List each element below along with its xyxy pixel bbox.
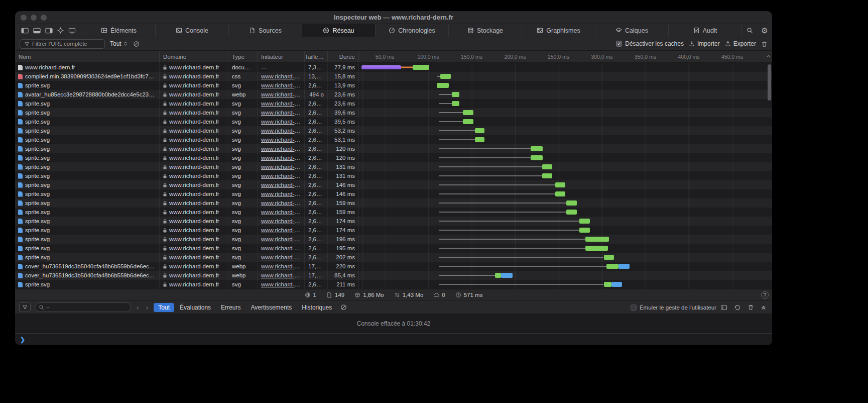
- network-request-row[interactable]: cover_hu736519dc3b5040cfa48b6b559b6de6ec…: [15, 262, 772, 271]
- request-initiator[interactable]: www.richard-d…: [258, 90, 305, 99]
- request-initiator[interactable]: www.richard-d…: [258, 271, 305, 280]
- dock-right-icon[interactable]: [45, 28, 53, 34]
- minimize-button[interactable]: [31, 15, 37, 21]
- console-tab-avertissements[interactable]: Avertissements: [246, 303, 296, 312]
- network-request-row[interactable]: sprite.svg www.richard-dern.fr svg www.r…: [15, 126, 772, 135]
- export-button[interactable]: Exporter: [725, 40, 756, 47]
- settings-button[interactable]: ⚙: [757, 24, 772, 37]
- request-initiator[interactable]: www.richard-d…: [258, 144, 305, 153]
- console-tab-evaluations[interactable]: Évaluations: [175, 303, 215, 312]
- history-icon[interactable]: [734, 304, 741, 311]
- console-drawer-icon[interactable]: [720, 304, 727, 311]
- url-filter-field[interactable]: Filtrer l'URL complète: [20, 39, 105, 49]
- tab-reseau[interactable]: Réseau: [302, 24, 375, 37]
- column-header-name[interactable]: Nom: [15, 51, 160, 62]
- network-request-row[interactable]: sprite.svg www.richard-dern.fr svg www.r…: [15, 144, 772, 153]
- column-header-type[interactable]: Type: [228, 51, 258, 62]
- request-initiator[interactable]: www.richard-d…: [258, 262, 305, 271]
- tab-audit[interactable]: Audit: [668, 24, 741, 37]
- console-search-field[interactable]: [35, 303, 131, 312]
- console-message-blocker-button[interactable]: [340, 304, 347, 311]
- network-request-row[interactable]: sprite.svg www.richard-dern.fr svg www.r…: [15, 189, 772, 198]
- device-icon[interactable]: [68, 28, 76, 34]
- network-request-row[interactable]: sprite.svg www.richard-dern.fr svg www.r…: [15, 180, 772, 189]
- clear-network-items-button[interactable]: [761, 41, 768, 47]
- request-initiator[interactable]: www.richard-d…: [258, 162, 305, 171]
- request-initiator[interactable]: www.richard-d…: [258, 208, 305, 217]
- emulate-user-gesture-row[interactable]: Émuler le geste de l'utilisateur: [631, 305, 716, 311]
- network-request-row[interactable]: sprite.svg www.richard-dern.fr svg www.r…: [15, 108, 772, 117]
- content-blocker-button[interactable]: [133, 41, 140, 47]
- resource-type-select[interactable]: Tout: [110, 40, 128, 47]
- network-request-row[interactable]: cover_hu736519dc3b5040cfa48b6b559b6de6ec…: [15, 271, 772, 280]
- network-request-row[interactable]: sprite.svg www.richard-dern.fr svg www.r…: [15, 208, 772, 217]
- console-tab-tout[interactable]: Tout: [154, 303, 174, 312]
- network-request-row[interactable]: sprite.svg www.richard-dern.fr svg www.r…: [15, 198, 772, 208]
- console-tab-erreurs[interactable]: Erreurs: [216, 303, 245, 312]
- request-initiator[interactable]: www.richard-d…: [258, 81, 305, 90]
- request-initiator[interactable]: www.richard-d…: [258, 189, 305, 198]
- titlebar[interactable]: Inspecteur web — www.richard-dern.fr: [15, 11, 772, 24]
- tab-graphismes[interactable]: Graphismes: [522, 24, 595, 37]
- network-request-row[interactable]: sprite.svg www.richard-dern.fr svg www.r…: [15, 235, 772, 244]
- column-header-initiator[interactable]: Initiateur: [258, 51, 305, 62]
- column-header-duration[interactable]: Durée: [328, 51, 359, 62]
- network-request-row[interactable]: sprite.svg www.richard-dern.fr svg www.r…: [15, 244, 772, 253]
- network-request-row[interactable]: sprite.svg www.richard-dern.fr svg www.r…: [15, 117, 772, 126]
- network-request-row[interactable]: sprite.svg www.richard-dern.fr svg www.r…: [15, 171, 772, 180]
- request-initiator[interactable]: www.richard-d…: [258, 99, 305, 108]
- tab-console[interactable]: Console: [155, 24, 228, 37]
- clear-console-icon[interactable]: [748, 304, 754, 311]
- network-request-row[interactable]: sprite.svg www.richard-dern.fr svg www.r…: [15, 81, 772, 90]
- network-request-row[interactable]: sprite.svg www.richard-dern.fr svg www.r…: [15, 280, 772, 289]
- network-request-row[interactable]: compiled.min.38390909f303624ed9e1cf1bd3f…: [15, 72, 772, 81]
- zoom-button[interactable]: [41, 15, 47, 21]
- tab-elements[interactable]: Éléments: [82, 24, 155, 37]
- search-button[interactable]: [742, 24, 757, 37]
- tab-calques[interactable]: Calques: [595, 24, 668, 37]
- tab-stockage[interactable]: Stockage: [448, 24, 522, 37]
- expand-console-icon[interactable]: [761, 305, 767, 311]
- request-initiator[interactable]: www.richard-d…: [258, 153, 305, 162]
- request-initiator[interactable]: www.richard-d…: [258, 280, 305, 289]
- request-initiator[interactable]: www.richard-d…: [258, 226, 305, 235]
- request-initiator[interactable]: www.richard-d…: [258, 126, 305, 135]
- request-initiator[interactable]: www.richard-d…: [258, 198, 305, 208]
- console-filter-button[interactable]: [19, 303, 31, 312]
- tab-chronologies[interactable]: Chronologies: [375, 24, 448, 37]
- column-header-size[interactable]: Taille…: [305, 51, 328, 62]
- network-request-row[interactable]: sprite.svg www.richard-dern.fr svg www.r…: [15, 135, 772, 144]
- request-initiator[interactable]: www.richard-d…: [258, 235, 305, 244]
- network-request-row[interactable]: sprite.svg www.richard-dern.fr svg www.r…: [15, 253, 772, 262]
- collapse-table-button[interactable]: [766, 53, 771, 60]
- console-tab-historiques[interactable]: Historiques: [297, 303, 336, 312]
- disable-caches-checkbox-row[interactable]: Désactiver les caches: [616, 40, 684, 47]
- network-request-row[interactable]: www.richard-dern.fr www.richard-dern.fr …: [15, 63, 772, 72]
- help-button[interactable]: ?: [761, 291, 769, 299]
- network-request-row[interactable]: sprite.svg www.richard-dern.fr svg www.r…: [15, 217, 772, 226]
- dock-left-icon[interactable]: [21, 28, 29, 34]
- request-initiator[interactable]: www.richard-d…: [258, 171, 305, 180]
- network-request-row[interactable]: sprite.svg www.richard-dern.fr svg www.r…: [15, 153, 772, 162]
- request-initiator[interactable]: www.richard-d…: [258, 135, 305, 144]
- previous-result-button[interactable]: ‹: [135, 304, 141, 312]
- request-initiator[interactable]: www.richard-d…: [258, 217, 305, 226]
- close-button[interactable]: [21, 15, 27, 21]
- request-initiator[interactable]: www.richard-d…: [258, 253, 305, 262]
- column-header-domain[interactable]: Domaine: [160, 51, 228, 62]
- network-request-row[interactable]: sprite.svg www.richard-dern.fr svg www.r…: [15, 99, 772, 108]
- network-request-row[interactable]: sprite.svg www.richard-dern.fr svg www.r…: [15, 162, 772, 171]
- next-result-button[interactable]: ›: [145, 304, 150, 312]
- tab-sources[interactable]: Sources: [228, 24, 302, 37]
- request-initiator[interactable]: www.richard-d…: [258, 244, 305, 253]
- request-initiator[interactable]: www.richard-d…: [258, 180, 305, 189]
- request-initiator[interactable]: www.richard-d…: [258, 108, 305, 117]
- request-initiator[interactable]: www.richard-d…: [258, 117, 305, 126]
- import-button[interactable]: Importer: [689, 40, 720, 47]
- vertical-scrollbar-thumb[interactable]: [768, 64, 771, 100]
- element-selector-icon[interactable]: [57, 27, 64, 34]
- dock-bottom-icon[interactable]: [33, 28, 41, 34]
- network-request-row[interactable]: avatar_hu85ecc3e298728880b0bde2dcc4e5c23…: [15, 90, 772, 99]
- emulate-user-gesture-checkbox[interactable]: [631, 305, 637, 311]
- network-request-row[interactable]: sprite.svg www.richard-dern.fr svg www.r…: [15, 226, 772, 235]
